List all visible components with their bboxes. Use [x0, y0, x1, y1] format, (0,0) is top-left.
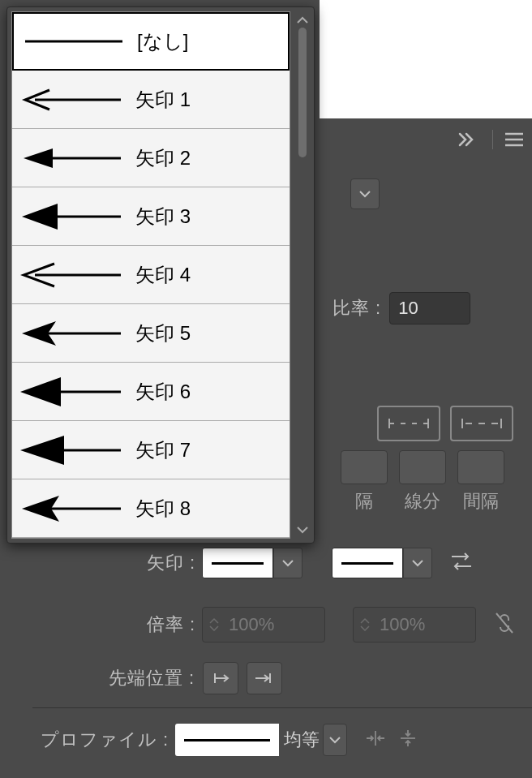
dash-align-on[interactable]: [450, 406, 513, 441]
arrowhead-option-label: 矢印 8: [135, 496, 191, 522]
arrowhead-preview-icon: [20, 377, 124, 406]
gap-input-2[interactable]: [457, 450, 504, 484]
arrowhead-preview-icon: [20, 202, 124, 231]
ratio-row: 比率 :: [332, 292, 470, 325]
arrowhead-preview-icon: [20, 85, 124, 114]
arrowhead-scale-row: 倍率 : 100% 100%: [126, 607, 515, 643]
canvas-area: [320, 0, 532, 118]
flip-along-icon[interactable]: [365, 729, 386, 751]
dash-label-2: 線分: [405, 489, 440, 514]
svg-line-0: [496, 613, 513, 633]
ratio-input[interactable]: [389, 292, 470, 325]
chevron-down-icon[interactable]: [323, 724, 347, 756]
arrowhead-preview-icon: [20, 260, 124, 290]
svg-marker-8: [24, 148, 53, 168]
panel-header: [458, 130, 524, 149]
arrowheads-label: 矢印 :: [126, 551, 195, 575]
flyout-scrollbar[interactable]: [294, 11, 311, 539]
arrowhead-option[interactable]: 矢印 5: [12, 304, 290, 363]
scale-label: 倍率 :: [126, 613, 195, 637]
arrowhead-option[interactable]: 矢印 6: [12, 363, 290, 421]
gap-label-2: 間隔: [463, 489, 499, 514]
scale-end-input[interactable]: 100%: [353, 607, 476, 643]
arrowhead-option-label: 矢印 5: [135, 320, 191, 346]
gap-label-1: 隔: [355, 489, 373, 514]
arrowhead-option[interactable]: 矢印 1: [12, 71, 290, 129]
swap-arrowheads-icon[interactable]: [450, 551, 473, 575]
dash-input-2[interactable]: [399, 450, 446, 484]
arrowhead-dropdown-flyout: [なし]矢印 1矢印 2矢印 3矢印 4矢印 5矢印 6矢印 7矢印 8: [6, 6, 315, 544]
profile-select[interactable]: 均等: [175, 724, 347, 756]
arrowhead-option-label: 矢印 6: [135, 379, 191, 405]
svg-marker-10: [22, 204, 58, 230]
dash-align-row: [377, 406, 513, 441]
arrowhead-preview-icon: [22, 27, 126, 56]
separator: [492, 130, 493, 149]
arrowhead-option[interactable]: 矢印 8: [12, 479, 290, 538]
scrollbar-thumb[interactable]: [298, 28, 307, 157]
profile-row: プロファイル : 均等: [32, 724, 418, 756]
tip-position-row: 先端位置 :: [81, 662, 282, 694]
flip-across-icon[interactable]: [397, 729, 418, 751]
arrowhead-option-label: 矢印 7: [135, 437, 191, 463]
menu-icon[interactable]: [504, 132, 524, 147]
ratio-label: 比率 :: [332, 296, 381, 320]
svg-marker-14: [20, 377, 61, 406]
arrowhead-start-select[interactable]: [202, 548, 302, 578]
arrowhead-option[interactable]: 矢印 3: [12, 187, 290, 246]
profile-value: 均等: [284, 728, 320, 752]
arrowhead-option-label: 矢印 2: [135, 145, 191, 171]
collapse-icon[interactable]: [458, 132, 481, 147]
scale-end-value: 100%: [376, 614, 425, 635]
arrowhead-option-label: 矢印 3: [135, 204, 191, 230]
tip-flush-button[interactable]: [247, 662, 282, 694]
scale-start-input[interactable]: 100%: [202, 607, 325, 643]
arrowhead-preview-icon: [20, 319, 124, 348]
arrowhead-preview-icon: [20, 494, 124, 523]
dropdown-chevron[interactable]: [350, 178, 380, 209]
arrowhead-option[interactable]: [なし]: [12, 12, 290, 71]
svg-marker-16: [20, 436, 64, 465]
gap-input-1[interactable]: [341, 450, 388, 484]
tip-extend-button[interactable]: [203, 662, 238, 694]
scale-start-value: 100%: [225, 614, 274, 635]
chevron-down-icon[interactable]: [273, 548, 302, 578]
arrowhead-preview-icon: [20, 436, 124, 465]
divider: [32, 707, 532, 708]
profile-label: プロファイル :: [32, 728, 169, 752]
chevron-down-icon[interactable]: [403, 548, 432, 578]
arrowhead-option-label: 矢印 1: [135, 87, 191, 113]
arrowhead-preview-icon: [20, 144, 124, 173]
dash-align-off[interactable]: [377, 406, 440, 441]
arrowhead-option[interactable]: 矢印 7: [12, 421, 290, 479]
arrowhead-end-select[interactable]: [332, 548, 432, 578]
link-scale-icon[interactable]: [494, 611, 515, 638]
arrowhead-option-label: [なし]: [137, 28, 188, 54]
dash-segments-row: 隔 線分 間隔: [341, 450, 504, 514]
arrowhead-option[interactable]: 矢印 4: [12, 246, 290, 304]
arrowhead-option[interactable]: 矢印 2: [12, 129, 290, 187]
arrowhead-option-label: 矢印 4: [135, 262, 191, 288]
tip-position-label: 先端位置 :: [81, 666, 195, 690]
arrowhead-list: [なし]矢印 1矢印 2矢印 3矢印 4矢印 5矢印 6矢印 7矢印 8: [11, 11, 290, 539]
arrowheads-row: 矢印 :: [126, 548, 473, 578]
